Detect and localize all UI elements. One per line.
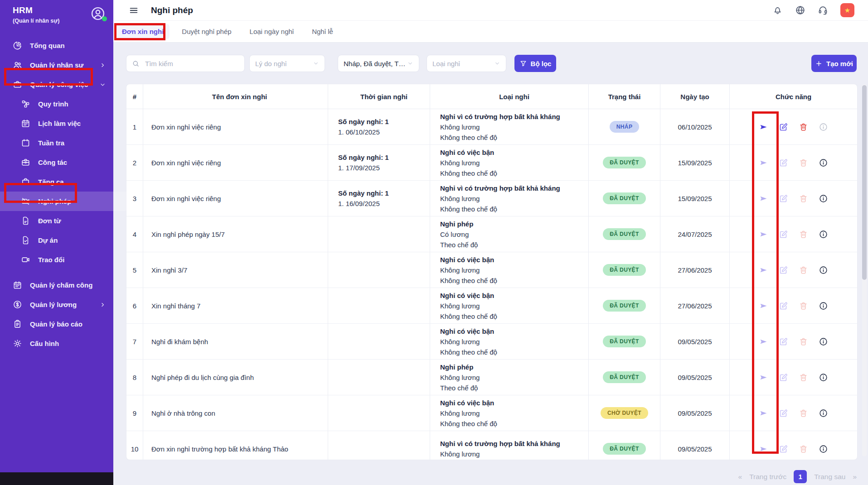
sidebar-item-quan-ly-cham-cong[interactable]: Quản lý chấm công	[0, 275, 113, 295]
filter-select-ly-do-nghi[interactable]: Lý do nghỉ	[249, 55, 325, 72]
tab-bar: Đơn xin nghỉDuyệt nghỉ phépLoại ngày ngh…	[113, 21, 868, 43]
tab-don-xin-nghi[interactable]: Đơn xin nghỉ	[116, 24, 170, 39]
cell-index: 4	[126, 216, 143, 252]
info-button[interactable]	[819, 230, 828, 239]
send-button[interactable]	[759, 337, 768, 346]
cell-actions	[730, 109, 857, 145]
sidebar-item-label: Cấu hình	[30, 340, 59, 347]
edit-button[interactable]	[779, 373, 788, 382]
info-button[interactable]	[819, 265, 828, 275]
sidebar-item-quy-trinh[interactable]: Quy trình	[0, 94, 113, 114]
send-button[interactable]	[759, 265, 768, 275]
cell-created-date: 09/05/2025	[660, 360, 730, 395]
tab-duyet-nghi-phep[interactable]: Duyệt nghỉ phép	[176, 24, 237, 39]
info-button[interactable]	[819, 408, 828, 418]
sidebar-item-cau-hinh[interactable]: Cấu hình	[0, 334, 113, 353]
tab-nghi-le[interactable]: Nghỉ lễ	[306, 24, 339, 39]
edit-button[interactable]	[779, 301, 788, 311]
send-button[interactable]	[759, 194, 768, 203]
tab-loai-ngay-nghi[interactable]: Loại ngày nghỉ	[244, 24, 300, 39]
sidebar-item-tang-ca[interactable]: Tăng ca	[0, 172, 113, 192]
send-button[interactable]	[759, 373, 768, 382]
topbar-icons: ★	[772, 3, 854, 17]
filter-button-label: Bộ lọc	[531, 60, 552, 67]
edit-button[interactable]	[779, 444, 788, 454]
sidebar-item-tong-quan[interactable]: Tổng quan	[0, 36, 113, 55]
send-button[interactable]	[759, 230, 768, 239]
info-button[interactable]	[819, 337, 828, 346]
search-input[interactable]	[144, 59, 239, 68]
sidebar-item-tuan-tra[interactable]: Tuần tra	[0, 133, 113, 153]
vn-flag-icon[interactable]: ★	[840, 3, 854, 17]
pagination-next-arrow[interactable]: »	[853, 473, 857, 481]
pagination-current-page[interactable]: 1	[794, 470, 807, 483]
pagination-next[interactable]: Trang sau	[814, 473, 845, 481]
delete-button[interactable]	[799, 444, 808, 454]
headset-icon[interactable]	[818, 5, 828, 15]
send-button[interactable]	[759, 408, 768, 418]
delete-button[interactable]	[799, 301, 808, 311]
delete-button[interactable]	[799, 122, 808, 132]
delete-button[interactable]	[799, 337, 808, 346]
edit-button[interactable]	[779, 337, 788, 346]
leave-requests-table: #Tên đơn xin nghỉThời gian nghỉLoại nghỉ…	[126, 84, 858, 460]
cell-leave-time	[328, 395, 430, 431]
filter-button[interactable]: Bộ lọc	[514, 55, 556, 72]
cell-line: Nghỉ có việc bận	[440, 290, 588, 301]
pagination-prev-arrow[interactable]: «	[738, 473, 742, 481]
sidebar-item-quan-ly-bao-cao[interactable]: Quản lý báo cáo	[0, 314, 113, 334]
cell-line: Không theo chế độ	[440, 275, 588, 286]
send-button[interactable]	[759, 158, 768, 168]
globe-icon[interactable]	[795, 5, 805, 15]
column-header-1: Tên đơn xin nghỉ	[143, 84, 328, 109]
delete-button[interactable]	[799, 265, 808, 275]
edit-button[interactable]	[779, 408, 788, 418]
info-button[interactable]	[819, 444, 828, 454]
users-icon	[13, 60, 22, 70]
user-avatar[interactable]	[90, 5, 106, 22]
info-button[interactable]	[819, 122, 828, 132]
edit-button[interactable]	[779, 194, 788, 203]
delete-button[interactable]	[799, 408, 808, 418]
sidebar-item-label: Tăng ca	[38, 178, 64, 186]
sidebar-item-du-an[interactable]: Dự án	[0, 230, 113, 250]
bell-icon[interactable]	[772, 5, 783, 15]
info-button[interactable]	[819, 301, 828, 311]
hamburger-menu-icon[interactable]	[129, 5, 139, 15]
cell-request-name: Đơn xin nghỉ việc riêng	[143, 181, 328, 216]
search-icon	[132, 60, 140, 67]
send-button[interactable]	[759, 301, 768, 311]
sidebar-item-nghi-phep[interactable]: Nghỉ phép	[0, 192, 130, 211]
delete-button[interactable]	[799, 230, 808, 239]
table-row: 3Đơn xin nghỉ việc riêngSố ngày nghỉ: 11…	[126, 181, 857, 216]
info-button[interactable]	[819, 194, 828, 203]
sidebar-item-quan-ly-nhan-su[interactable]: Quản lý nhân sự	[0, 55, 113, 75]
edit-button[interactable]	[779, 230, 788, 239]
edit-button[interactable]	[779, 265, 788, 275]
delete-button[interactable]	[799, 194, 808, 203]
send-button[interactable]	[759, 444, 768, 454]
sidebar-item-lich-lam-viec[interactable]: Lịch làm việc	[0, 114, 113, 133]
edit-button[interactable]	[779, 158, 788, 168]
edit-button[interactable]	[779, 122, 788, 132]
sidebar-item-don-tu[interactable]: Đơn từ	[0, 211, 113, 230]
delete-button[interactable]	[799, 373, 808, 382]
cell-request-name: Đơn xin nghỉ trường hợp bất khả kháng Th…	[143, 431, 328, 460]
create-new-button[interactable]: Tạo mới	[811, 55, 857, 72]
send-button[interactable]	[759, 122, 768, 132]
info-button[interactable]	[819, 158, 828, 168]
sidebar-item-trao-doi[interactable]: Trao đổi	[0, 250, 113, 269]
sidebar-item-quan-ly-luong[interactable]: Quản lý lương	[0, 295, 113, 314]
info-button[interactable]	[819, 373, 828, 382]
delete-button[interactable]	[799, 158, 808, 168]
cell-created-date: 27/06/2025	[660, 288, 730, 324]
cell-line: Không theo chế độ	[440, 418, 588, 429]
cell-status: ĐÃ DUYỆT	[589, 324, 660, 360]
sidebar-item-quan-ly-cong-viec[interactable]: Quản lý công việc	[0, 75, 113, 94]
scrollbar-thumb[interactable]	[862, 85, 867, 280]
cell-index: 7	[126, 324, 143, 360]
pagination-prev[interactable]: Trang trước	[749, 473, 786, 481]
filter-select-loai-nghi[interactable]: Loại nghỉ	[427, 55, 506, 72]
filter-select-trang-thai[interactable]: Nháp, Đã duyệt, Từ ...	[338, 55, 419, 72]
sidebar-item-cong-tac[interactable]: Công tác	[0, 153, 113, 172]
